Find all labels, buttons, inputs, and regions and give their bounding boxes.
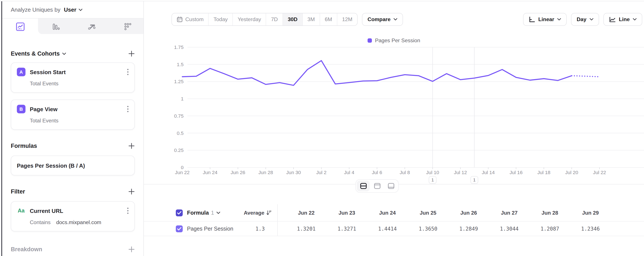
- annotation-count: 1: [431, 177, 434, 182]
- column-header-jun-24[interactable]: Jun 24: [367, 210, 408, 216]
- chevron-down-icon: [78, 8, 82, 11]
- layout-chart-only-button[interactable]: [370, 181, 384, 191]
- cell-value: 1.3201: [286, 226, 326, 232]
- layout-top-bar-icon: [374, 182, 381, 190]
- column-header-jun-26[interactable]: Jun 26: [448, 210, 489, 216]
- filter-property: Current URL: [30, 208, 63, 214]
- range-12m[interactable]: 12M: [337, 13, 357, 25]
- interval-button[interactable]: Day: [571, 13, 599, 26]
- y-tick-label: 0.75: [174, 113, 184, 119]
- range-6m[interactable]: 6M: [320, 13, 337, 25]
- add-event-button[interactable]: [128, 50, 135, 57]
- x-tick-label: Jul 18: [537, 170, 550, 175]
- event-options-button[interactable]: [127, 106, 129, 113]
- report-main-area: Custom Today Yesterday 7D 30D 3M 6M 12M …: [144, 1, 644, 256]
- range-3m[interactable]: 3M: [303, 13, 320, 25]
- x-tick-label: Jun 30: [286, 170, 301, 175]
- tab-flow[interactable]: [74, 18, 110, 34]
- event-aggregation[interactable]: Total Events: [30, 118, 58, 124]
- cell-value: 1.3650: [408, 226, 448, 232]
- x-tick-label: Jul 22: [593, 170, 606, 175]
- average-sort-control[interactable]: Average: [244, 210, 272, 216]
- y-tick-label: 1.25: [174, 79, 184, 84]
- date-range-segmented-control: Custom Today Yesterday 7D 30D 3M 6M 12M: [172, 13, 358, 26]
- tab-insights[interactable]: [2, 18, 38, 34]
- check-icon: [177, 227, 182, 230]
- x-tick-label: Jul 12: [454, 170, 467, 175]
- y-tick-label: 1: [181, 96, 184, 102]
- calendar-icon: [177, 16, 183, 22]
- y-tick-label: 1.75: [174, 45, 184, 50]
- column-header-jun-27[interactable]: Jun 27: [489, 210, 530, 216]
- query-builder-sidebar: Analyze Uniques by User: [2, 1, 144, 256]
- range-30d-active[interactable]: 30D: [283, 13, 302, 25]
- layout-toggle-group: [356, 179, 399, 193]
- kebab-menu-icon: [127, 207, 129, 214]
- compare-button[interactable]: Compare: [362, 13, 403, 26]
- cell-value: 1.2346: [570, 226, 611, 232]
- filter-card-current-url[interactable]: Aa Current URL Contains docs.mixpanel.co…: [11, 201, 135, 232]
- layout-table-only-button[interactable]: [384, 181, 397, 191]
- legend-label[interactable]: Pages Per Session: [375, 37, 420, 43]
- y-tick-label: 0.5: [177, 130, 184, 136]
- event-badge-b: B: [17, 105, 26, 113]
- add-breakdown-button[interactable]: [128, 246, 135, 253]
- events-section-title[interactable]: Events & Cohorts: [11, 50, 66, 57]
- filter-value[interactable]: docs.mixpanel.com: [56, 219, 101, 225]
- formula-group-dropdown[interactable]: Formula 1: [187, 209, 220, 216]
- event-title: Session Start: [30, 69, 66, 75]
- filter-options-button[interactable]: [127, 207, 129, 214]
- x-tick-label: Jul 20: [565, 170, 578, 175]
- chart-type-button[interactable]: Line: [603, 13, 642, 26]
- flow-sankey-icon: [87, 22, 96, 31]
- add-formula-button[interactable]: [128, 143, 135, 149]
- formula-card[interactable]: Pages Per Session (B / A): [11, 156, 135, 175]
- x-tick-label: Jul 14: [482, 170, 495, 175]
- series-line-dotted: [572, 76, 600, 77]
- results-table: Formula 1 Average Jun 22Jun 23Jun 24Jun …: [144, 204, 644, 236]
- layout-split-icon: [360, 182, 367, 190]
- column-header-jun-29[interactable]: Jun 29: [570, 210, 611, 216]
- bar-chart-icon: [52, 22, 60, 31]
- tab-retention[interactable]: [110, 18, 146, 34]
- column-header-jun-28[interactable]: Jun 28: [530, 210, 570, 216]
- funnel-dots-icon: [123, 22, 132, 31]
- select-all-checkbox[interactable]: [176, 209, 183, 216]
- range-today[interactable]: Today: [209, 13, 233, 25]
- event-aggregation[interactable]: Total Events: [30, 81, 58, 87]
- table-data-row[interactable]: Pages Per Session 1.3 1.32011.32711.4414…: [144, 222, 644, 236]
- x-tick-label: Jun 24: [203, 170, 218, 175]
- series-name: Pages Per Session: [187, 226, 233, 232]
- event-badge-a: A: [17, 68, 26, 76]
- chevron-down-icon: [557, 18, 561, 21]
- plus-icon: [128, 188, 135, 195]
- line-chart: 1.751.51.2510.750.50.25011Jun 22Jun 24Ju…: [144, 44, 644, 187]
- column-header-jun-23[interactable]: Jun 23: [326, 210, 367, 216]
- layout-split-button[interactable]: [357, 181, 370, 191]
- y-scale-button[interactable]: Linear: [523, 13, 567, 26]
- range-custom[interactable]: Custom: [172, 13, 209, 25]
- event-card-page-view[interactable]: B Page View Total Events: [11, 100, 135, 130]
- event-options-button[interactable]: [127, 69, 129, 75]
- range-yesterday[interactable]: Yesterday: [233, 13, 266, 25]
- chevron-down-icon: [633, 18, 637, 21]
- chevron-down-icon: [394, 18, 397, 21]
- add-filter-button[interactable]: [128, 188, 135, 195]
- chevron-down-icon: [589, 18, 593, 21]
- x-tick-label: Jul 6: [372, 170, 382, 175]
- linear-axis-icon: [529, 16, 535, 23]
- column-header-jun-22[interactable]: Jun 22: [286, 210, 326, 216]
- tab-bar-chart[interactable]: [38, 18, 74, 34]
- x-tick-label: Jul 8: [400, 170, 410, 175]
- column-header-jun-25[interactable]: Jun 25: [408, 210, 448, 216]
- filter-operator[interactable]: Contains: [30, 219, 50, 225]
- analyze-value-dropdown[interactable]: User: [64, 6, 76, 13]
- row-checkbox[interactable]: [176, 225, 183, 232]
- x-tick-label: Jul 2: [316, 170, 326, 175]
- event-card-session-start[interactable]: A Session Start Total Events: [11, 62, 135, 93]
- range-7d[interactable]: 7D: [266, 13, 283, 25]
- formulas-section-title: Formulas: [11, 143, 37, 149]
- formulas-section-header: Formulas: [11, 143, 135, 149]
- plus-icon: [128, 50, 135, 57]
- cell-value: 1.3044: [489, 226, 530, 232]
